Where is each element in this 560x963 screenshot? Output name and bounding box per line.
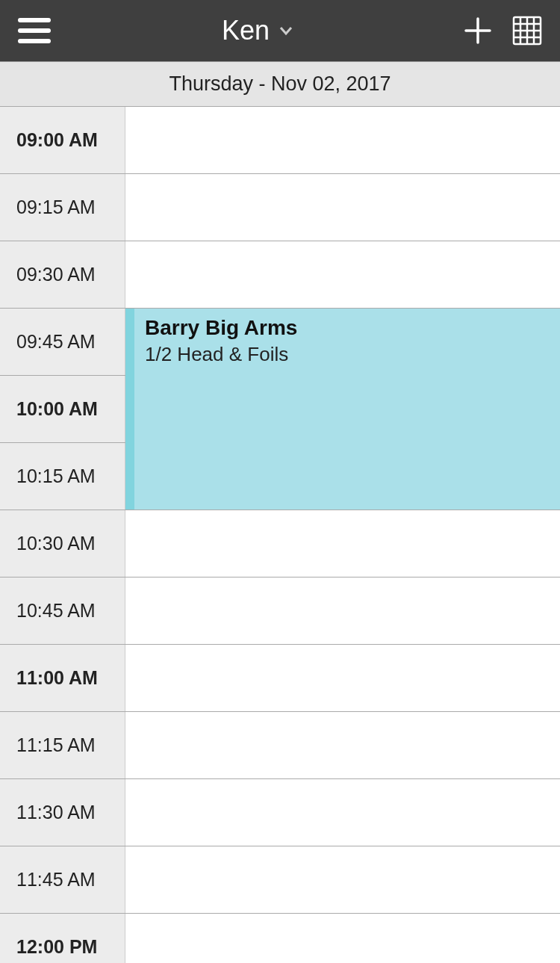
- time-slot[interactable]: [125, 914, 560, 963]
- time-label: 10:00 AM: [0, 376, 125, 442]
- time-row: 10:45 AM: [0, 578, 560, 645]
- app-header: Ken: [0, 0, 560, 62]
- appointment-title: Barry Big Arms: [145, 316, 550, 340]
- time-row: 09:30 AM: [0, 241, 560, 309]
- time-label: 09:15 AM: [0, 174, 125, 241]
- time-label: 09:45 AM: [0, 309, 125, 375]
- add-icon[interactable]: [464, 17, 491, 44]
- header-left: [18, 18, 51, 43]
- time-label: 09:00 AM: [0, 107, 125, 173]
- time-slot[interactable]: [125, 510, 560, 577]
- menu-icon[interactable]: [18, 18, 51, 43]
- time-label: 10:30 AM: [0, 510, 125, 577]
- date-label: Thursday - Nov 02, 2017: [169, 72, 391, 96]
- time-label: 11:30 AM: [0, 779, 125, 846]
- time-row: 11:00 AM: [0, 645, 560, 712]
- time-row: 11:30 AM: [0, 779, 560, 846]
- time-slot[interactable]: [125, 241, 560, 308]
- time-row: 12:00 PM: [0, 914, 560, 963]
- time-row: 11:15 AM: [0, 712, 560, 779]
- staff-name: Ken: [222, 15, 270, 46]
- time-label: 11:45 AM: [0, 846, 125, 913]
- time-slot[interactable]: [125, 107, 560, 173]
- time-label: 12:00 PM: [0, 914, 125, 963]
- header-right: [464, 16, 542, 46]
- time-label: 09:30 AM: [0, 241, 125, 308]
- calendar-grid-icon[interactable]: [512, 16, 542, 46]
- time-slot[interactable]: [125, 174, 560, 241]
- time-label: 10:15 AM: [0, 443, 125, 510]
- time-row: 09:00 AM: [0, 107, 560, 174]
- appointment-block[interactable]: Barry Big Arms1/2 Head & Foils: [125, 309, 560, 510]
- time-slot[interactable]: [125, 645, 560, 711]
- time-label: 11:15 AM: [0, 712, 125, 778]
- calendar-body: 09:00 AM09:15 AM09:30 AM09:45 AM10:00 AM…: [0, 107, 560, 963]
- time-row: 09:15 AM: [0, 174, 560, 241]
- chevron-down-icon: [279, 23, 293, 38]
- staff-selector[interactable]: Ken: [222, 15, 293, 46]
- time-slot[interactable]: [125, 846, 560, 913]
- time-slot[interactable]: [125, 578, 560, 644]
- time-row: 11:45 AM: [0, 846, 560, 914]
- time-row: 10:30 AM: [0, 510, 560, 578]
- time-label: 11:00 AM: [0, 645, 125, 711]
- date-header[interactable]: Thursday - Nov 02, 2017: [0, 62, 560, 107]
- time-slot[interactable]: [125, 712, 560, 778]
- time-slot[interactable]: [125, 779, 560, 846]
- time-label: 10:45 AM: [0, 578, 125, 644]
- appointment-subtitle: 1/2 Head & Foils: [145, 343, 550, 366]
